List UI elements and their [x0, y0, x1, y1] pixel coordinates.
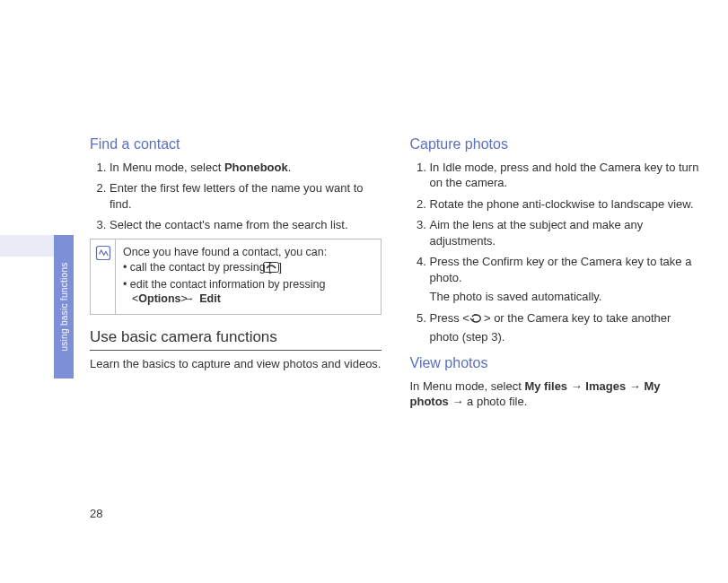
side-tab: using basic functions: [54, 235, 74, 379]
note-bullet: • edit the contact information by pressi…: [123, 277, 373, 308]
list-item: Press the Confirm key or the Camera key …: [430, 254, 702, 305]
heading-camera-functions: Use basic camera functions: [90, 327, 382, 351]
svg-rect-1: [263, 262, 278, 272]
list-item: Rotate the phone anti-clockwise to lands…: [430, 196, 702, 213]
step-text: Enter the first few letters of the name …: [110, 181, 364, 211]
right-column: Capture photos In Idle mode, press and h…: [410, 135, 702, 410]
step-subtext: The photo is saved automatically.: [430, 289, 702, 305]
step-text: In Menu mode, select: [110, 161, 224, 174]
back-cycle-icon: [469, 312, 484, 329]
left-column: Find a contact In Menu mode, select Phon…: [90, 135, 382, 410]
content-area: Find a contact In Menu mode, select Phon…: [90, 135, 701, 410]
arrow-text: →: [626, 379, 644, 393]
list-item: Press <> or the Camera key to take anoth…: [430, 310, 702, 344]
view-photos-text: In Menu mode, select My files → Images →…: [410, 379, 702, 410]
step-text: In Idle mode, press and hold the Camera …: [430, 161, 699, 190]
call-key-icon: [272, 262, 279, 277]
step-text: Select the contact's name from the searc…: [110, 218, 348, 231]
arrow-text: →: [449, 395, 467, 408]
note-bullet: • call the contact by pressing []: [123, 260, 373, 277]
bold-text: My files: [524, 379, 567, 393]
list-item: In Idle mode, press and hold the Camera …: [430, 160, 702, 191]
note-text: ]: [279, 261, 282, 274]
page-number: 28: [90, 507, 102, 520]
text: a photo file.: [467, 395, 527, 408]
side-accent-band: [0, 235, 54, 257]
step-text: Aim the lens at the subject and make any…: [430, 218, 644, 248]
step-bold: Phonebook: [224, 161, 288, 174]
heading-view-photos: View photos: [410, 353, 702, 373]
list-item: Enter the first few letters of the name …: [110, 180, 382, 212]
heading-capture-photos: Capture photos: [410, 135, 702, 154]
arrow-text: →: [567, 379, 585, 393]
note-bold: Edit: [197, 292, 221, 305]
list-item: Select the contact's name from the searc…: [110, 217, 382, 233]
step-text: Press the Confirm key or the Camera key …: [430, 255, 692, 284]
capture-photos-steps: In Idle mode, press and hold the Camera …: [410, 160, 702, 344]
side-tab-label: using basic functions: [59, 262, 69, 351]
step-text: Press <: [430, 311, 469, 325]
note-text: • call the contact by pressing [: [123, 261, 272, 274]
find-contact-steps: In Menu mode, select Phonebook. Enter th…: [90, 160, 382, 233]
note-icon: [91, 239, 116, 315]
list-item: Aim the lens at the subject and make any…: [430, 217, 702, 248]
note-body: Once you have found a contact, you can: …: [116, 239, 381, 315]
step-text: Rotate the phone anti-clockwise to lands…: [430, 197, 694, 211]
step-text: .: [288, 161, 292, 174]
list-item: In Menu mode, select Phonebook.: [110, 160, 382, 176]
heading-find-contact: Find a contact: [90, 135, 382, 154]
note-intro: Once you have found a contact, you can:: [123, 245, 373, 260]
text: In Menu mode, select: [410, 379, 525, 393]
note-bold: Options: [138, 292, 180, 305]
note-badge-icon: [95, 245, 111, 261]
camera-intro-text: Learn the basics to capture and view pho…: [90, 356, 382, 372]
bold-text: Images: [585, 379, 626, 393]
note-box: Once you have found a contact, you can: …: [90, 239, 382, 316]
